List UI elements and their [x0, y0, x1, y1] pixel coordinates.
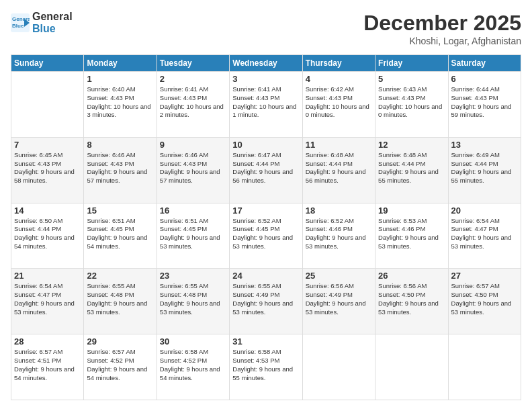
calendar-week-row: 28Sunrise: 6:57 AMSunset: 4:51 PMDayligh… [11, 334, 521, 400]
day-info: Sunrise: 6:51 AMSunset: 4:45 PMDaylight:… [160, 217, 226, 251]
day-info: Sunrise: 6:50 AMSunset: 4:44 PMDaylight:… [14, 217, 81, 251]
logo-text-blue: Blue [32, 23, 73, 35]
day-number: 17 [232, 205, 299, 216]
calendar-cell: 8Sunrise: 6:46 AMSunset: 4:43 PMDaylight… [84, 137, 157, 203]
calendar-week-row: 7Sunrise: 6:45 AMSunset: 4:43 PMDaylight… [11, 137, 521, 203]
day-number: 19 [378, 205, 445, 216]
calendar-cell: 9Sunrise: 6:46 AMSunset: 4:43 PMDaylight… [157, 137, 229, 203]
month-title: December 2025 [363, 11, 521, 36]
day-info: Sunrise: 6:58 AMSunset: 4:53 PMDaylight:… [232, 348, 299, 382]
calendar-cell: 17Sunrise: 6:52 AMSunset: 4:45 PMDayligh… [230, 203, 302, 269]
calendar-header-row: SundayMondayTuesdayWednesdayThursdayFrid… [11, 55, 521, 72]
day-info: Sunrise: 6:54 AMSunset: 4:47 PMDaylight:… [451, 217, 518, 251]
day-number: 6 [451, 74, 518, 84]
day-number: 12 [378, 140, 445, 150]
calendar-cell: 7Sunrise: 6:45 AMSunset: 4:43 PMDaylight… [11, 137, 84, 203]
calendar-cell: 6Sunrise: 6:44 AMSunset: 4:43 PMDaylight… [448, 72, 521, 138]
day-info: Sunrise: 6:54 AMSunset: 4:47 PMDaylight:… [14, 282, 81, 316]
day-info: Sunrise: 6:46 AMSunset: 4:43 PMDaylight:… [87, 151, 153, 185]
calendar-cell: 12Sunrise: 6:48 AMSunset: 4:44 PMDayligh… [375, 137, 448, 203]
day-number: 8 [87, 140, 153, 150]
day-info: Sunrise: 6:52 AMSunset: 4:45 PMDaylight:… [232, 217, 299, 251]
day-number: 14 [14, 205, 81, 216]
calendar-table: SundayMondayTuesdayWednesdayThursdayFrid… [11, 54, 521, 400]
calendar-cell: 28Sunrise: 6:57 AMSunset: 4:51 PMDayligh… [11, 334, 84, 400]
day-info: Sunrise: 6:48 AMSunset: 4:44 PMDaylight:… [306, 151, 372, 185]
calendar-cell: 4Sunrise: 6:42 AMSunset: 4:43 PMDaylight… [302, 72, 375, 138]
day-info: Sunrise: 6:51 AMSunset: 4:45 PMDaylight:… [87, 217, 153, 251]
calendar-cell: 31Sunrise: 6:58 AMSunset: 4:53 PMDayligh… [230, 334, 302, 400]
day-number: 28 [14, 336, 81, 347]
day-info: Sunrise: 6:55 AMSunset: 4:48 PMDaylight:… [87, 282, 153, 316]
calendar-cell: 26Sunrise: 6:56 AMSunset: 4:50 PMDayligh… [375, 269, 448, 334]
logo-text-general: General [32, 11, 73, 23]
day-number: 5 [378, 74, 445, 84]
calendar-cell: 19Sunrise: 6:53 AMSunset: 4:46 PMDayligh… [375, 203, 448, 269]
day-number: 1 [87, 74, 153, 84]
calendar-cell: 11Sunrise: 6:48 AMSunset: 4:44 PMDayligh… [302, 137, 375, 203]
calendar-cell [448, 334, 521, 400]
day-number: 30 [160, 336, 226, 347]
calendar-day-header: Tuesday [157, 55, 229, 72]
calendar-cell: 14Sunrise: 6:50 AMSunset: 4:44 PMDayligh… [11, 203, 84, 269]
calendar-cell: 29Sunrise: 6:57 AMSunset: 4:52 PMDayligh… [84, 334, 157, 400]
calendar-week-row: 1Sunrise: 6:40 AMSunset: 4:43 PMDaylight… [11, 72, 521, 138]
day-info: Sunrise: 6:49 AMSunset: 4:44 PMDaylight:… [451, 151, 518, 185]
day-number: 31 [232, 336, 299, 347]
svg-text:Blue: Blue [12, 23, 24, 29]
day-info: Sunrise: 6:57 AMSunset: 4:52 PMDaylight:… [87, 348, 153, 382]
day-number: 10 [232, 140, 299, 150]
day-number: 24 [232, 271, 299, 281]
calendar-cell [11, 72, 84, 138]
calendar-cell: 24Sunrise: 6:55 AMSunset: 4:49 PMDayligh… [230, 269, 302, 334]
calendar-cell: 30Sunrise: 6:58 AMSunset: 4:52 PMDayligh… [157, 334, 229, 400]
day-number: 25 [306, 271, 372, 281]
day-info: Sunrise: 6:44 AMSunset: 4:43 PMDaylight:… [451, 85, 518, 120]
day-number: 4 [306, 74, 372, 84]
calendar-body: 1Sunrise: 6:40 AMSunset: 4:43 PMDaylight… [11, 72, 521, 400]
calendar-week-row: 14Sunrise: 6:50 AMSunset: 4:44 PMDayligh… [11, 203, 521, 269]
calendar-cell: 22Sunrise: 6:55 AMSunset: 4:48 PMDayligh… [84, 269, 157, 334]
calendar-cell: 1Sunrise: 6:40 AMSunset: 4:43 PMDaylight… [84, 72, 157, 138]
day-info: Sunrise: 6:41 AMSunset: 4:43 PMDaylight:… [232, 85, 299, 120]
logo: General Blue General Blue [11, 11, 73, 34]
calendar-day-header: Friday [375, 55, 448, 72]
day-number: 9 [160, 140, 226, 150]
calendar-day-header: Wednesday [230, 55, 302, 72]
day-number: 20 [451, 205, 518, 216]
day-number: 15 [87, 205, 153, 216]
calendar-day-header: Sunday [11, 55, 84, 72]
day-info: Sunrise: 6:57 AMSunset: 4:51 PMDaylight:… [14, 348, 81, 382]
calendar-cell: 20Sunrise: 6:54 AMSunset: 4:47 PMDayligh… [448, 203, 521, 269]
calendar-day-header: Saturday [448, 55, 521, 72]
calendar-cell [302, 334, 375, 400]
page: General Blue General Blue December 2025 … [0, 0, 532, 411]
calendar-week-row: 21Sunrise: 6:54 AMSunset: 4:47 PMDayligh… [11, 269, 521, 334]
day-number: 13 [451, 140, 518, 150]
day-number: 26 [378, 271, 445, 281]
calendar-cell: 25Sunrise: 6:56 AMSunset: 4:49 PMDayligh… [302, 269, 375, 334]
calendar-day-header: Monday [84, 55, 157, 72]
day-info: Sunrise: 6:45 AMSunset: 4:43 PMDaylight:… [14, 151, 81, 185]
title-block: December 2025 Khoshi, Logar, Afghanistan [363, 11, 521, 46]
calendar-cell: 18Sunrise: 6:52 AMSunset: 4:46 PMDayligh… [302, 203, 375, 269]
day-number: 18 [306, 205, 372, 216]
calendar-cell: 10Sunrise: 6:47 AMSunset: 4:44 PMDayligh… [230, 137, 302, 203]
day-info: Sunrise: 6:43 AMSunset: 4:43 PMDaylight:… [378, 85, 445, 120]
day-info: Sunrise: 6:47 AMSunset: 4:44 PMDaylight:… [232, 151, 299, 185]
calendar-cell: 21Sunrise: 6:54 AMSunset: 4:47 PMDayligh… [11, 269, 84, 334]
day-number: 27 [451, 271, 518, 281]
calendar-cell: 27Sunrise: 6:57 AMSunset: 4:50 PMDayligh… [448, 269, 521, 334]
day-number: 29 [87, 336, 153, 347]
header: General Blue General Blue December 2025 … [11, 11, 521, 46]
day-info: Sunrise: 6:40 AMSunset: 4:43 PMDaylight:… [87, 85, 153, 120]
day-number: 7 [14, 140, 81, 150]
calendar-cell: 3Sunrise: 6:41 AMSunset: 4:43 PMDaylight… [230, 72, 302, 138]
calendar-cell: 16Sunrise: 6:51 AMSunset: 4:45 PMDayligh… [157, 203, 229, 269]
logo-icon: General Blue [11, 13, 30, 32]
calendar-cell: 13Sunrise: 6:49 AMSunset: 4:44 PMDayligh… [448, 137, 521, 203]
day-info: Sunrise: 6:52 AMSunset: 4:46 PMDaylight:… [306, 217, 372, 251]
day-info: Sunrise: 6:53 AMSunset: 4:46 PMDaylight:… [378, 217, 445, 251]
calendar-cell: 15Sunrise: 6:51 AMSunset: 4:45 PMDayligh… [84, 203, 157, 269]
day-number: 22 [87, 271, 153, 281]
